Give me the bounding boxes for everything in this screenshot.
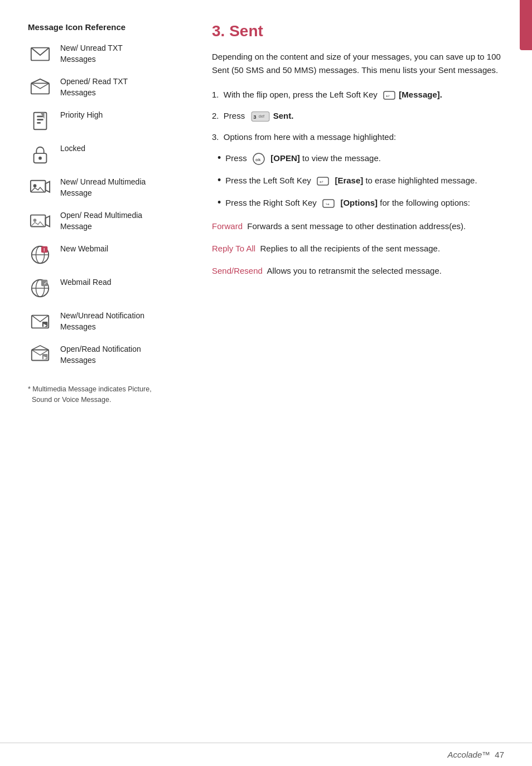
3def-key-icon: 3 def [251,111,270,122]
icon-label-priority-high: Priority High [60,109,103,121]
svg-rect-5 [37,122,41,124]
icon-label-open-read-mms: Open/ Read Multimedia Message [60,209,142,232]
svg-rect-3 [37,116,43,118]
option-forward-keyword: Forward [212,221,243,231]
bullet-dot-3: • [217,196,221,209]
icon-new-webmail: ! [28,243,52,267]
option-forward: Forward Forwards a sent message to other… [212,220,504,233]
step-2: 2. Press 3 def Sent. [212,109,504,123]
section-title: Message Icon Reference [28,22,190,32]
bullet-1-text: Press ok [OPEN] to view the message. [225,152,381,165]
footer-brand: Accolade™ [448,750,491,759]
svg-rect-4 [37,119,43,120]
option-forward-desc: Forwards a sent message to other destina… [247,221,466,231]
options-section: Forward Forwards a sent message to other… [212,220,504,278]
intro-text: Depending on the content and size of you… [212,50,504,77]
step-2-number: 2. [212,111,221,120]
option-resend-desc: Allows you to retransmit the selected me… [267,266,441,275]
icon-label-new-unread-txt: New/ Unread TXT Messages [60,42,123,65]
icon-row-new-unread-notification: ▶ New/Unread Notification Messages [28,309,190,334]
option-reply-keyword: Reply To All [212,244,255,253]
svg-text:✓: ✓ [43,280,48,286]
footer: Accolade™ 47 [0,743,532,766]
svg-text:▶: ▶ [43,323,47,328]
icon-locked [28,142,52,167]
icon-row-new-unread-mms: New/ Unread Multimedia Message [28,176,190,200]
icon-open-read-mms [28,209,52,234]
icon-label-locked: Locked [60,142,85,154]
step-1: 1. With the flip open, press the Left So… [212,88,504,101]
left-soft-key-icon-2: ↩ [317,177,329,186]
icon-row-open-read-mms: Open/ Read Multimedia Message [28,209,190,234]
svg-text:▶: ▶ [43,355,47,360]
bullet-3: • Press the Right Soft Key ↪ [Options] f… [217,196,504,210]
corner-tab [520,0,532,50]
icon-new-unread-txt [28,42,52,66]
step-3-text: Options from here with a message highlig… [224,132,396,142]
step-1-number: 1. [212,90,221,99]
svg-point-11 [33,184,37,187]
left-column: Message Icon Reference New/ Unread TXT M… [28,22,190,726]
icon-label-open-read-notification: Open/Read Notification Messages [60,343,141,366]
option-reply-desc: Replies to all the recipients of the sen… [260,244,440,253]
icon-row-new-webmail: ! New Webmail [28,243,190,267]
icon-row-locked: Locked [28,142,190,167]
icon-row-opened-read-txt: Opened/ Read TXT Messages [28,75,190,100]
icon-new-unread-notification: ▶ [28,309,52,334]
svg-text:ok: ok [255,157,261,162]
chapter-title: 3. Sent [212,22,504,40]
ok-key-icon: ok [253,153,265,165]
option-resend-keyword: Send/Resend [212,266,263,275]
svg-marker-13 [46,216,50,227]
icon-priority-high [28,109,52,133]
option-reply-to-all: Reply To All Replies to all the recipien… [212,242,504,255]
step-1-key-label: [Message]. [399,90,442,99]
icon-label-new-unread-notification: New/Unread Notification Messages [60,309,144,332]
step-3-number: 3. [212,132,221,142]
icon-row-new-unread-txt: New/ Unread TXT Messages [28,42,190,66]
footnote: * Multimedia Message indicates Picture, … [28,384,190,405]
icon-row-webmail-read: ✓ Webmail Read [28,276,190,300]
svg-rect-2 [34,113,47,129]
icon-opened-read-txt [28,75,52,100]
svg-text:!: ! [43,247,45,253]
icon-row-priority-high: Priority High [28,109,190,133]
step-2-key-label: Sent. [273,111,294,120]
option-send-resend: Send/Resend Allows you to retransmit the… [212,264,504,278]
step-2-text: Press [224,111,248,120]
icon-label-opened-read-txt: Opened/ Read TXT Messages [60,75,128,98]
left-soft-key-icon: ↩ [383,91,395,100]
footer-page: 47 [495,750,504,759]
svg-text:3: 3 [253,114,256,120]
svg-marker-10 [46,182,50,192]
bullet-list: • Press ok [OPEN] to view the message. •… [217,152,504,210]
bullet-3-text: Press the Right Soft Key ↪ [Options] for… [225,196,470,210]
bullet-2-text: Press the Left Soft Key ↩ [Erase] to era… [225,174,477,187]
bullet-2: • Press the Left Soft Key ↩ [Erase] to e… [217,174,504,187]
bullet-dot-2: • [217,174,221,187]
icon-label-new-webmail: New Webmail [60,243,108,255]
bullet-dot-1: • [217,152,221,164]
bullet-1: • Press ok [OPEN] to view the message. [217,152,504,165]
svg-text:↩: ↩ [320,180,323,185]
step-3: 3. Options from here with a message high… [212,130,504,144]
icon-label-new-unread-mms: New/ Unread Multimedia Message [60,176,146,198]
icon-new-unread-mms [28,176,52,200]
svg-point-8 [38,157,42,160]
svg-text:def: def [258,114,264,119]
svg-text:↩: ↩ [386,94,390,99]
icon-webmail-read: ✓ [28,276,52,300]
right-soft-key-icon: ↪ [322,199,335,208]
icon-row-open-read-notification: ▶ Open/Read Notification Messages [28,343,190,367]
icon-open-read-notification: ▶ [28,343,52,367]
right-column: 3. Sent Depending on the content and siz… [212,22,504,726]
icon-list: New/ Unread TXT Messages Opened/ Read TX… [28,42,190,367]
svg-text:↪: ↪ [326,202,330,207]
svg-point-14 [33,219,37,222]
step-1-text: With the flip open, press the Left Soft … [224,90,380,99]
icon-label-webmail-read: Webmail Read [60,276,112,288]
